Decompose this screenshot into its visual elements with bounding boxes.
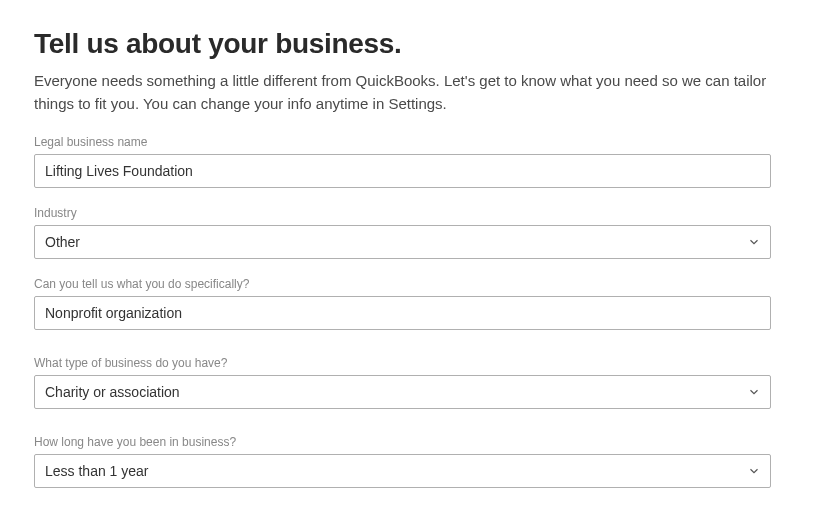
business-type-select[interactable]: Charity or association: [34, 375, 771, 409]
page-title: Tell us about your business.: [34, 28, 806, 60]
duration-label: How long have you been in business?: [34, 435, 806, 449]
legal-name-input[interactable]: [34, 154, 771, 188]
page-subtitle: Everyone needs something a little differ…: [34, 70, 774, 115]
specific-input[interactable]: [34, 296, 771, 330]
duration-value: Less than 1 year: [45, 463, 149, 479]
business-type-label: What type of business do you have?: [34, 356, 806, 370]
industry-label: Industry: [34, 206, 806, 220]
business-type-value: Charity or association: [45, 384, 180, 400]
legal-name-label: Legal business name: [34, 135, 806, 149]
specific-label: Can you tell us what you do specifically…: [34, 277, 806, 291]
duration-select[interactable]: Less than 1 year: [34, 454, 771, 488]
industry-value: Other: [45, 234, 80, 250]
industry-select[interactable]: Other: [34, 225, 771, 259]
